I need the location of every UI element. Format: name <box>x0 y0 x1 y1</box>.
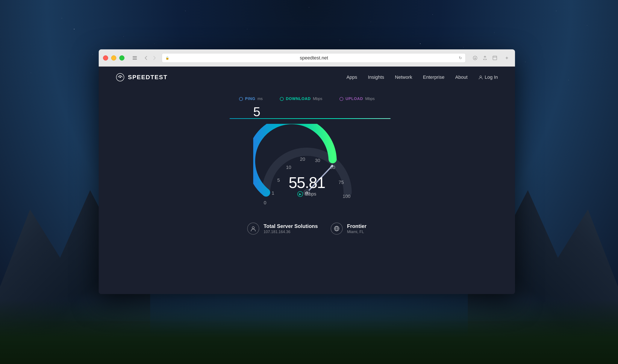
nav-link-about[interactable]: About <box>455 75 468 80</box>
svg-text:10: 10 <box>286 165 291 170</box>
svg-text:75: 75 <box>339 180 344 185</box>
svg-rect-2 <box>133 59 137 60</box>
speed-unit-icon: ▶ <box>297 191 303 197</box>
logo-icon <box>116 73 125 81</box>
download-icon[interactable] <box>471 54 479 62</box>
download-unit: Mbps <box>313 97 322 101</box>
svg-text:30: 30 <box>315 158 320 163</box>
browser-nav <box>142 54 158 62</box>
upload-indicator <box>339 97 343 101</box>
svg-text:1: 1 <box>272 190 274 196</box>
login-label: Log In <box>485 75 498 80</box>
svg-point-7 <box>119 77 121 78</box>
minimize-button[interactable] <box>111 55 116 61</box>
svg-text:20: 20 <box>300 156 305 162</box>
stats-header: PING ms DOWNLOAD Mbps UPLOAD Mbps <box>239 97 375 101</box>
nav-link-insights[interactable]: Insights <box>368 75 384 80</box>
forward-button[interactable] <box>151 54 158 62</box>
svg-rect-0 <box>133 56 137 57</box>
traffic-lights <box>103 55 125 61</box>
ping-value-container: 5 <box>223 105 390 123</box>
sidebar-toggle-button[interactable] <box>131 54 139 62</box>
browser-window: 🔒 speedtest.net ↻ <box>99 49 515 294</box>
ping-unit: ms <box>258 97 263 101</box>
nav-link-enterprise[interactable]: Enterprise <box>423 75 444 80</box>
browser-chrome: 🔒 speedtest.net ↻ <box>99 49 515 66</box>
svg-point-19 <box>331 165 333 167</box>
nav-link-apps[interactable]: Apps <box>346 75 357 80</box>
url-display: speedtest.net <box>171 55 457 61</box>
svg-text:0: 0 <box>264 200 266 205</box>
host-server-item: Total Server Solutions 107.181.164.36 <box>247 222 318 234</box>
ping-label: PING <box>245 97 255 101</box>
upload-stat: UPLOAD Mbps <box>339 97 375 101</box>
speedometer: 0 1 5 10 20 30 50 75 100 <box>253 124 360 214</box>
nav-link-network[interactable]: Network <box>395 75 412 80</box>
refresh-button[interactable]: ↻ <box>459 56 462 60</box>
host-name: Total Server Solutions <box>263 223 318 229</box>
isp-location: Miami, FL <box>347 230 366 234</box>
site-nav: SPEEDTEST Apps Insights Network Enterpri… <box>99 66 515 88</box>
speed-number: 55.81 <box>289 175 325 190</box>
website-content: SPEEDTEST Apps Insights Network Enterpri… <box>99 66 515 294</box>
upload-label: UPLOAD <box>346 97 363 101</box>
host-details: Total Server Solutions 107.181.164.36 <box>263 223 318 234</box>
host-ip: 107.181.164.36 <box>263 230 318 234</box>
ping-indicator <box>239 97 243 101</box>
logo-text: SPEEDTEST <box>128 74 167 81</box>
progress-line <box>230 118 390 119</box>
ssl-lock-icon: 🔒 <box>166 56 169 60</box>
back-button[interactable] <box>142 54 150 62</box>
nav-links: Apps Insights Network Enterprise About L… <box>346 75 498 80</box>
speed-unit-text: Mbps <box>305 191 316 197</box>
download-label: DOWNLOAD <box>286 97 311 101</box>
svg-text:5: 5 <box>277 178 280 183</box>
new-tab-button[interactable]: + <box>503 54 511 62</box>
server-info: Total Server Solutions 107.181.164.36 <box>247 222 366 234</box>
svg-text:100: 100 <box>343 194 351 199</box>
isp-name: Frontier <box>347 223 366 229</box>
ping-value: 5 <box>253 105 260 118</box>
login-button[interactable]: Log In <box>478 75 498 80</box>
isp-icon <box>331 222 343 234</box>
svg-point-8 <box>480 76 482 78</box>
ping-stat: PING ms <box>239 97 263 101</box>
close-button[interactable] <box>103 55 108 61</box>
share-icon[interactable] <box>481 54 489 62</box>
host-icon <box>247 222 259 234</box>
forest-bottom <box>0 300 618 364</box>
new-window-icon[interactable] <box>491 54 499 62</box>
download-indicator <box>280 97 284 101</box>
main-content: PING ms DOWNLOAD Mbps UPLOAD Mbps 5 <box>99 88 515 247</box>
address-bar[interactable]: 🔒 speedtest.net ↻ <box>162 53 466 63</box>
download-stat: DOWNLOAD Mbps <box>280 97 322 101</box>
maximize-button[interactable] <box>119 55 125 61</box>
speed-unit-row: ▶ Mbps <box>289 191 325 197</box>
speed-value-display: 55.81 ▶ Mbps <box>289 175 325 197</box>
svg-rect-4 <box>493 56 497 60</box>
site-logo[interactable]: SPEEDTEST <box>116 73 167 81</box>
isp-details: Frontier Miami, FL <box>347 223 366 234</box>
progress-line-container <box>223 118 390 119</box>
svg-rect-1 <box>133 58 137 58</box>
speedometer-svg: 0 1 5 10 20 30 50 75 100 <box>253 124 360 214</box>
upload-unit: Mbps <box>365 97 375 101</box>
user-icon <box>478 75 483 80</box>
browser-actions <box>471 54 499 62</box>
svg-point-22 <box>252 227 254 229</box>
isp-server-item: Frontier Miami, FL <box>331 222 366 234</box>
